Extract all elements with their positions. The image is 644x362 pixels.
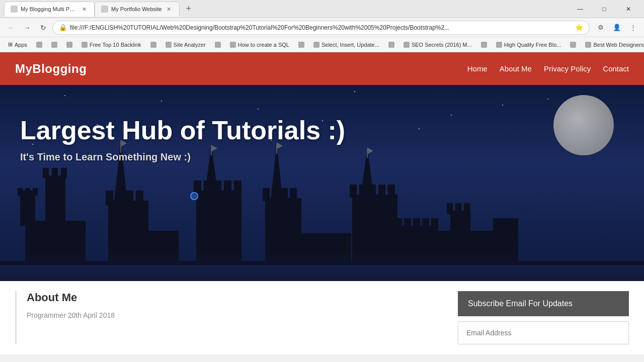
- bookmark-favicon-seo: [404, 42, 410, 48]
- tab-favicon-2: [101, 6, 108, 13]
- bookmark-analyzer-label: Site Analyzer: [174, 42, 206, 48]
- hero-title: Largest Hub of Tutorials :): [20, 115, 345, 145]
- bookmark-seo[interactable]: SEO Secrets (2016) M...: [399, 41, 476, 49]
- moon: [553, 95, 614, 155]
- bookmark-favicon-8: [481, 42, 487, 48]
- cursor-indicator: [189, 191, 198, 200]
- profile-button[interactable]: 👤: [610, 21, 624, 35]
- window-controls: — □ ✕: [569, 2, 640, 17]
- bookmark-favicon-3: [66, 42, 72, 48]
- tab-portfolio[interactable]: My Portfolio Website ✕: [95, 2, 180, 17]
- below-fold-content: About Me Programmer 20th April 2018 Subs…: [0, 281, 644, 354]
- bookmark-sql[interactable]: How to create a SQL: [226, 41, 293, 49]
- back-button[interactable]: ←: [4, 21, 18, 35]
- bookmark-select-label: Select, Insert, Update...: [321, 42, 379, 48]
- bookmark-favicon-webdesigners: [585, 42, 591, 48]
- hero-background: [0, 85, 644, 281]
- bookmark-highquality[interactable]: High Quality Free Blo...: [492, 41, 566, 49]
- extensions-button[interactable]: ⚙: [594, 21, 608, 35]
- nav-privacy-policy[interactable]: Privacy Policy: [544, 64, 591, 73]
- about-section: About Me Programmer 20th April 2018: [15, 291, 443, 344]
- bookmark-webdesigners[interactable]: Best Web Designers ...: [581, 41, 644, 49]
- subscribe-heading: Subscribe Email For Updates: [458, 291, 629, 316]
- bookmark-favicon-9: [570, 42, 576, 48]
- bookmark-4[interactable]: [146, 41, 160, 49]
- tab-close-2[interactable]: ✕: [165, 5, 173, 13]
- bookmark-highquality-label: High Quality Free Blo...: [504, 42, 561, 48]
- bookmark-site-analyzer[interactable]: Site Analyzer: [162, 41, 210, 49]
- close-button[interactable]: ✕: [617, 2, 640, 17]
- bookmark-backlink[interactable]: Free Top 10 Backlink: [77, 41, 145, 49]
- about-title: About Me: [27, 291, 443, 304]
- hero-section: Largest Hub of Tutorials :) It's Time to…: [0, 85, 644, 281]
- maximize-button[interactable]: □: [593, 2, 616, 17]
- tab-myblogging[interactable]: My Blogging Multi Page... ✕: [4, 2, 95, 17]
- apps-icon: ⊞: [8, 41, 13, 48]
- tab-label-2: My Portfolio Website: [111, 6, 162, 12]
- bookmark-apps-label: Apps: [15, 42, 27, 48]
- bookmark-favicon-2: [51, 42, 57, 48]
- bookmark-sql-label: How to create a SQL: [238, 42, 289, 48]
- email-input[interactable]: [458, 321, 629, 344]
- hero-content: Largest Hub of Tutorials :) It's Time to…: [20, 115, 345, 163]
- new-tab-button[interactable]: +: [182, 2, 196, 16]
- nav-contact[interactable]: Contact: [603, 64, 629, 73]
- nav-icons: ⚙ 👤 ⋮: [594, 21, 640, 35]
- site-nav: Home About Me Privacy Policy Contact: [467, 64, 629, 73]
- bookmark-favicon-1: [36, 42, 42, 48]
- bookmark-select[interactable]: Select, Insert, Update...: [309, 41, 383, 49]
- bookmark-7[interactable]: [384, 41, 398, 49]
- bookmark-favicon-sql: [230, 42, 236, 48]
- sidebar-section: Subscribe Email For Updates: [458, 291, 629, 344]
- bookmark-5[interactable]: [211, 41, 225, 49]
- bookmark-favicon-7: [388, 42, 394, 48]
- address-text: file:///F:/ENGLISH%20TUTORIAL/Web%20Desi…: [70, 24, 572, 31]
- site-header: MyBlogging Home About Me Privacy Policy …: [0, 52, 644, 85]
- bookmark-seo-label: SEO Secrets (2016) M...: [412, 42, 472, 48]
- menu-button[interactable]: ⋮: [626, 21, 640, 35]
- forward-button[interactable]: →: [20, 21, 34, 35]
- address-bar[interactable]: 🔒 file:///F:/ENGLISH%20TUTORIAL/Web%20De…: [52, 21, 590, 35]
- tab-favicon-1: [11, 6, 18, 13]
- website-content: MyBlogging Home About Me Privacy Policy …: [0, 52, 644, 354]
- bookmark-9[interactable]: [566, 41, 580, 49]
- stars: [0, 85, 644, 281]
- nav-about-me[interactable]: About Me: [500, 64, 532, 73]
- tab-close-1[interactable]: ✕: [80, 5, 88, 13]
- refresh-button[interactable]: ↻: [36, 21, 50, 35]
- bookmark-favicon-backlink: [82, 42, 88, 48]
- bookmark-8[interactable]: [477, 41, 491, 49]
- bookmark-6[interactable]: [294, 41, 308, 49]
- site-logo: MyBlogging: [15, 62, 87, 76]
- bookmark-apps[interactable]: ⊞ Apps: [4, 40, 31, 49]
- bookmark-favicon-analyzer: [166, 42, 172, 48]
- bookmark-3[interactable]: [62, 41, 76, 49]
- title-bar: My Blogging Multi Page... ✕ My Portfolio…: [0, 0, 644, 18]
- nav-bar: ← → ↻ 🔒 file:///F:/ENGLISH%20TUTORIAL/We…: [0, 18, 644, 37]
- bookmark-backlink-label: Free Top 10 Backlink: [90, 42, 141, 48]
- bookmark-favicon-select: [313, 42, 319, 48]
- hero-subtitle: It's Time to Learn Something New :): [20, 151, 345, 163]
- bookmarks-bar: ⊞ Apps Free Top 10 Backlink Site Analyze…: [0, 37, 644, 52]
- bookmark-favicon-highquality: [496, 42, 502, 48]
- bookmark-favicon-4: [150, 42, 156, 48]
- bookmark-favicon-6: [298, 42, 304, 48]
- bookmark-1[interactable]: [32, 41, 46, 49]
- tab-label-1: My Blogging Multi Page...: [21, 6, 77, 12]
- about-text: Programmer 20th April 2018: [27, 311, 443, 319]
- bookmark-2[interactable]: [47, 41, 61, 49]
- minimize-button[interactable]: —: [569, 2, 592, 17]
- nav-home[interactable]: Home: [467, 64, 488, 73]
- bookmark-webdesigners-label: Best Web Designers ...: [593, 42, 644, 48]
- bookmark-favicon-5: [215, 42, 221, 48]
- browser-window: My Blogging Multi Page... ✕ My Portfolio…: [0, 0, 644, 354]
